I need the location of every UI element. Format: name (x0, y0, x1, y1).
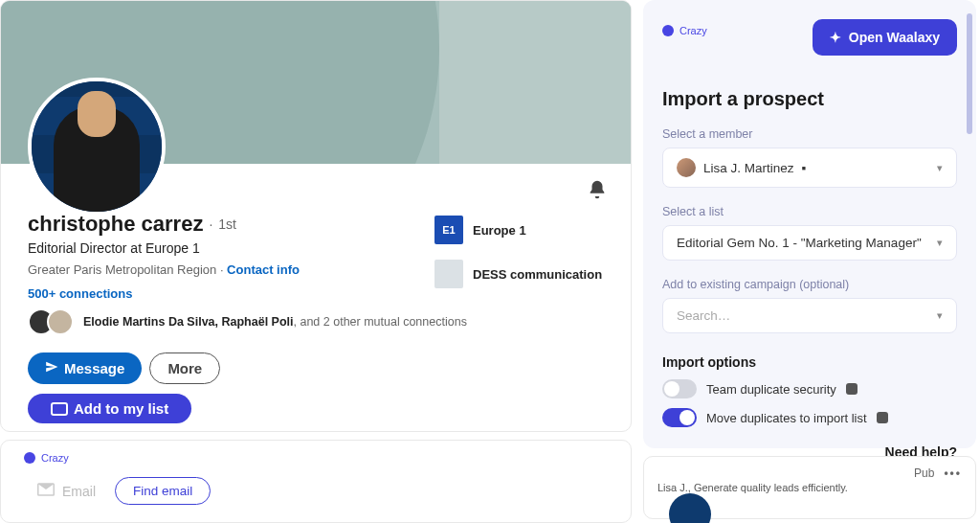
panel-title: Import a prospect (662, 88, 957, 110)
europe1-logo-icon: E1 (434, 216, 463, 244)
campaign-label: Add to existing campaign (optional) (662, 278, 957, 291)
chevron-down-icon: ▾ (937, 162, 943, 174)
send-icon (45, 360, 58, 376)
team-duplicate-toggle[interactable] (662, 379, 697, 398)
more-button[interactable]: More (149, 352, 220, 384)
message-button[interactable]: Message (28, 352, 142, 384)
location: Greater Paris Metropolitan Region (28, 262, 216, 277)
list-select[interactable]: Editorial Gem No. 1 - "Marketing Manager… (662, 225, 957, 261)
company-label: Europe 1 (473, 223, 526, 238)
waalaxy-panel: Crazy ✦ Open Waalaxy Import a prospect S… (643, 0, 976, 448)
more-icon[interactable]: ••• (944, 466, 962, 480)
open-waalaxy-label: Open Waalaxy (849, 30, 940, 45)
scrollbar-thumb[interactable] (967, 13, 972, 134)
open-waalaxy-button[interactable]: ✦ Open Waalaxy (813, 19, 957, 56)
select-member-label: Select a member (662, 127, 957, 141)
contact-info-link[interactable]: Contact info (227, 262, 300, 277)
profile-card: E1 Europe 1 DESS communication christoph… (0, 0, 632, 432)
promo-tag: Pub (914, 466, 934, 480)
move-duplicates-label: Move duplicates to import list (706, 411, 867, 425)
badge-icon: ▪ (802, 161, 807, 175)
crazy-brand-label: Crazy (41, 452, 69, 464)
list-icon (51, 402, 68, 416)
crazy-brand-label: Crazy (679, 25, 707, 36)
company-link-dess[interactable]: DESS communication (434, 260, 616, 288)
campaign-select[interactable]: Search… ▾ (662, 298, 957, 333)
promoted-card[interactable]: Pub ••• Lisa J., Generate quality leads … (643, 456, 976, 519)
member-avatar-icon (677, 158, 696, 177)
promo-text: Lisa J., Generate quality leads efficien… (657, 482, 962, 493)
mutual-avatars[interactable] (28, 308, 74, 335)
message-label: Message (64, 360, 124, 376)
avatar[interactable] (28, 78, 166, 216)
add-to-list-label: Add to my list (74, 400, 168, 417)
mutual-connections[interactable]: Elodie Martins Da Silva, Raphaël Poli, a… (83, 315, 467, 329)
email-card: Crazy Email Find email (0, 440, 632, 523)
sparkle-icon: ✦ (830, 30, 841, 45)
find-email-button[interactable]: Find email (115, 477, 211, 505)
select-list-label: Select a list (662, 205, 957, 218)
email-field-label: Email (37, 483, 96, 499)
connection-degree: 1st (218, 216, 236, 232)
info-icon[interactable] (877, 412, 888, 423)
envelope-icon (37, 483, 55, 499)
company-link-europe1[interactable]: E1 Europe 1 (434, 216, 616, 244)
list-select-value: Editorial Gem No. 1 - "Marketing Manager… (677, 236, 922, 250)
import-options-title: Import options (662, 354, 957, 370)
info-icon[interactable] (846, 383, 858, 395)
move-duplicates-toggle[interactable] (662, 408, 697, 427)
member-select-value: Lisa J. Martinez (703, 161, 794, 175)
profile-name: christophe carrez (28, 212, 203, 237)
add-to-list-button[interactable]: Add to my list (28, 394, 191, 423)
chevron-down-icon: ▾ (937, 237, 943, 249)
promo-avatar (669, 493, 711, 523)
dess-logo-icon (434, 260, 463, 288)
bell-icon[interactable] (587, 179, 608, 204)
crazy-brand-icon (24, 452, 35, 464)
member-select[interactable]: Lisa J. Martinez ▪ ▾ (662, 148, 957, 188)
campaign-select-placeholder: Search… (677, 308, 730, 323)
school-label: DESS communication (473, 267, 602, 282)
team-duplicate-label: Team duplicate security (706, 382, 836, 397)
chevron-down-icon: ▾ (937, 309, 943, 322)
crazy-brand-icon (662, 25, 674, 36)
